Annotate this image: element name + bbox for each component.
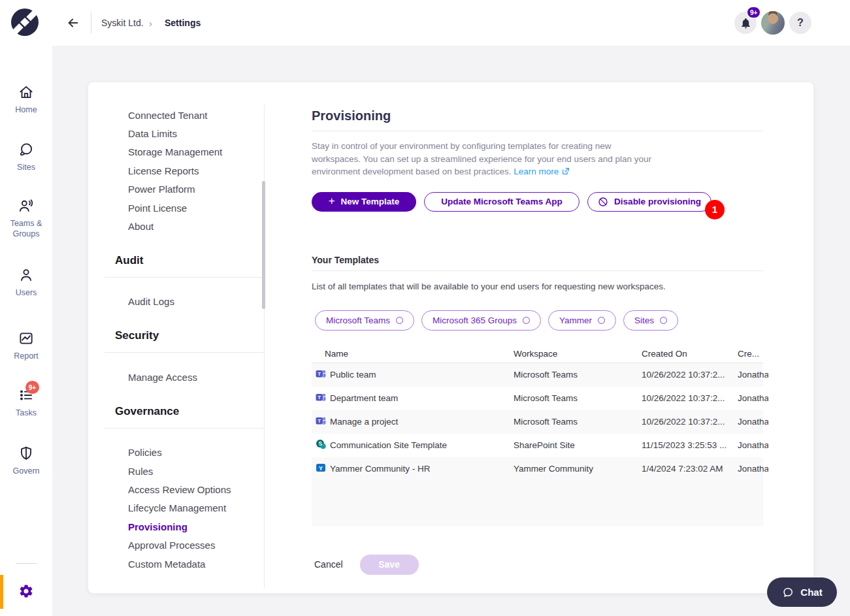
users-icon [18, 267, 35, 286]
settings-section-security: Security [88, 326, 264, 346]
filter-status-circle-icon [523, 317, 530, 324]
template-name: Manage a project [330, 417, 398, 427]
breadcrumb-chevron-icon: › [149, 0, 152, 46]
sharepoint-workspace-icon: S [316, 439, 326, 451]
home-icon [18, 84, 35, 103]
step-annotation-badge: 1 [705, 200, 725, 219]
template-name: Public team [330, 370, 376, 380]
sidebar-item-label: Report [14, 351, 39, 362]
settings-nav-item-access-review-options[interactable]: Access Review Options [88, 480, 264, 498]
teams-workspace-icon: T [316, 368, 326, 381]
filter-pill-microsoft-365-groups[interactable]: Microsoft 365 Groups [421, 310, 541, 331]
settings-nav-item-rules[interactable]: Rules [88, 462, 264, 480]
settings-nav-item-connected-tenant[interactable]: Connected Tenant [88, 106, 264, 124]
column-header-4[interactable]: Cre... [738, 347, 768, 363]
template-name: Department team [330, 393, 398, 403]
description-line-2: workspaces. You can set up a streamlined… [312, 153, 763, 166]
notifications-badge: 9+ [746, 6, 761, 19]
sidebar-item-teams-groups[interactable]: Teams &Groups [0, 197, 52, 239]
svg-text:T: T [318, 371, 321, 377]
settings-nav-item-manage-access[interactable]: Manage Access [88, 368, 264, 386]
template-created-by: Jonatha [738, 464, 768, 474]
settings-section-governance: Governance [88, 402, 264, 421]
sidebar-item-label: Govern [13, 466, 40, 477]
question-icon: ? [797, 17, 804, 29]
sidebar-item-users[interactable]: Users [0, 267, 52, 299]
filter-pill-sites[interactable]: Sites [623, 310, 678, 331]
column-header-3[interactable]: Created On [642, 347, 738, 363]
svg-text:T: T [318, 418, 321, 424]
disable-icon [598, 197, 608, 207]
template-workspace: Microsoft Teams [514, 370, 642, 380]
settings-nav-item-provisioning[interactable]: Provisioning [88, 517, 264, 536]
templates-table-body: TPublic teamMicrosoft Teams10/26/2022 10… [312, 363, 763, 527]
sidebar-item-govern[interactable]: Govern [0, 445, 52, 477]
templates-divider [312, 270, 763, 271]
column-header-2[interactable]: Workspace [514, 347, 642, 363]
settings-nav-item-approval-processes[interactable]: Approval Processes [88, 536, 264, 554]
form-footer: Cancel Save [312, 555, 763, 575]
disable-provisioning-button[interactable]: Disable provisioning 1 [587, 192, 711, 212]
template-created-by: Jonatha [738, 417, 768, 427]
sites-icon [18, 141, 35, 161]
cancel-button[interactable]: Cancel [314, 559, 343, 570]
table-row[interactable]: YYammer Community - HRYammer Community1/… [312, 457, 763, 481]
template-created-on: 10/26/2022 10:37:2... [642, 393, 738, 403]
syskit-logo-icon[interactable] [10, 7, 40, 37]
page-description: Stay in control of your environment by c… [312, 140, 763, 178]
top-header: Syskit Ltd. › Settings 9+ ? [0, 0, 850, 46]
learn-more-link[interactable]: Learn more [514, 165, 570, 178]
settings-nav-item-storage-management[interactable]: Storage Management [88, 143, 264, 161]
sidebar-item-label: Users [16, 288, 37, 299]
settings-nav-item-license-reports[interactable]: License Reports [88, 161, 264, 180]
column-header-1[interactable]: Name [312, 347, 514, 363]
chat-button[interactable]: Chat [767, 577, 837, 607]
external-link-icon [561, 167, 570, 176]
settings-nav-item-about[interactable]: About [88, 217, 264, 235]
settings-gear-icon[interactable] [18, 583, 34, 599]
settings-nav-item-data-limits[interactable]: Data Limits [88, 124, 264, 142]
filter-pill-microsoft-teams[interactable]: Microsoft Teams [315, 310, 414, 331]
svg-text:T: T [318, 395, 321, 400]
table-row[interactable]: TDepartment teamMicrosoft Teams10/26/202… [312, 387, 763, 410]
update-teams-app-button[interactable]: Update Microsoft Teams App [424, 192, 580, 212]
settings-nav-item-power-platform[interactable]: Power Platform [88, 180, 264, 199]
table-row[interactable]: TPublic teamMicrosoft Teams10/26/2022 10… [312, 363, 763, 387]
save-button[interactable]: Save [360, 555, 419, 575]
app-sidebar: HomeSitesTeams &GroupsUsersReport9+Tasks… [0, 46, 52, 616]
template-created-on: 10/26/2022 10:37:2... [642, 417, 738, 427]
breadcrumb-company[interactable]: Syskit Ltd. [101, 0, 144, 46]
template-name: Yammer Community - HR [330, 464, 431, 474]
template-workspace: Yammer Community [514, 464, 642, 474]
filter-pill-yammer[interactable]: Yammer [548, 310, 616, 331]
table-row[interactable]: SCommunication Site TemplateSharePoint S… [312, 434, 763, 457]
settings-card: Connected TenantData LimitsStorage Manag… [88, 82, 813, 593]
settings-nav-scrollbar[interactable] [262, 181, 265, 309]
sidebar-item-home[interactable]: Home [0, 84, 52, 116]
svg-text:Y: Y [319, 465, 323, 472]
settings-nav-item-audit-logs[interactable]: Audit Logs [88, 293, 264, 311]
templates-description: List of all templates that will be avail… [312, 282, 763, 291]
action-buttons: +New Template Update Microsoft Teams App… [312, 192, 763, 212]
settings-nav-item-lifecycle-management[interactable]: Lifecycle Management [88, 499, 264, 517]
header-divider [91, 12, 91, 33]
sidebar-divider [16, 563, 37, 564]
sidebar-item-sites[interactable]: Sites [0, 141, 52, 173]
description-line-3: environment development based on best pr… [312, 165, 763, 178]
svg-text:S: S [318, 440, 322, 447]
settings-nav-separator [264, 105, 265, 588]
filter-status-circle-icon [660, 317, 667, 324]
settings-nav-item-policies[interactable]: Policies [88, 444, 264, 462]
sidebar-item-tasks[interactable]: 9+Tasks [0, 387, 52, 419]
your-templates-heading: Your Templates [312, 255, 763, 266]
new-template-button[interactable]: +New Template [312, 192, 416, 212]
user-avatar[interactable] [761, 11, 785, 35]
tasks-badge: 9+ [25, 381, 39, 394]
back-arrow-icon[interactable] [66, 16, 80, 30]
settings-nav-item-custom-metadata[interactable]: Custom Metadata [88, 555, 264, 573]
table-row[interactable]: TManage a projectMicrosoft Teams10/26/20… [312, 410, 763, 434]
help-button[interactable]: ? [789, 12, 811, 34]
sidebar-item-report[interactable]: Report [0, 330, 52, 362]
breadcrumb-page: Settings [165, 0, 201, 46]
settings-nav-item-point-license[interactable]: Point License [88, 199, 264, 217]
